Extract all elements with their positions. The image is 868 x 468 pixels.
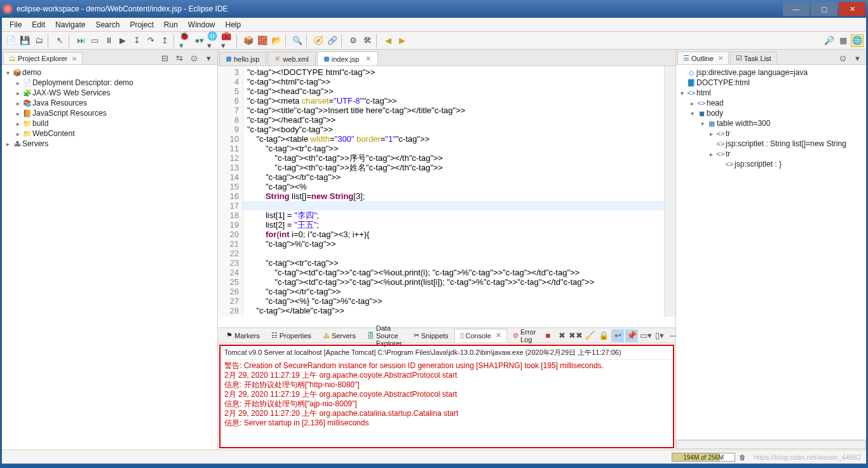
java-ee-perspective-icon[interactable]: 🌐 (851, 34, 864, 47)
misc-2-icon[interactable]: 🛠 (361, 34, 374, 47)
link-with-editor-icon[interactable]: ⇆ (173, 52, 186, 64)
run-server-icon[interactable]: 🌐▾ (207, 34, 220, 47)
cursor-icon[interactable]: ↖ (53, 34, 66, 47)
tab-snippets[interactable]: ✂Snippets (408, 329, 454, 342)
open-console-icon[interactable]: ▯▾ (653, 329, 666, 342)
external-tools-icon[interactable]: 🧰▾ (221, 34, 234, 47)
open-perspective-icon[interactable]: ▦ (837, 34, 850, 47)
tab-markers[interactable]: ⚑Markers (220, 329, 266, 342)
tab-console[interactable]: ▯Console✕ (454, 329, 507, 342)
outline-item[interactable]: <>jsp:scriptlet : } (677, 159, 865, 169)
step-return-icon[interactable]: ↥ (158, 34, 171, 47)
stop-icon[interactable]: ▭ (88, 34, 101, 47)
heap-status[interactable]: 194M of 256M 🗑 (672, 453, 746, 462)
remove-terminated-icon[interactable]: ✖ (555, 329, 568, 342)
close-icon[interactable]: ✕ (718, 55, 723, 62)
skip-icon[interactable]: ⏭ (74, 34, 87, 47)
step-over-icon[interactable]: ↷ (144, 34, 157, 47)
editor-gutter: 3456789101112131415161718192021222324252… (218, 66, 243, 317)
tree-item[interactable]: ▸🧩JAX-WS Web Services (3, 88, 216, 98)
outline-item[interactable]: ▾◼body (677, 108, 865, 118)
outline-item[interactable]: ◇jsp:directive.page language=java (677, 67, 865, 78)
outline-item[interactable]: 📘DOCTYPE:html (677, 78, 865, 88)
save-all-icon[interactable]: 🗂 (32, 34, 45, 47)
task-list-tab[interactable]: ☑ Task List (730, 52, 777, 64)
remove-all-icon[interactable]: ✖✖ (569, 329, 582, 342)
outline-item[interactable]: <>jsp:scriptlet : String list[]=new Stri… (677, 139, 865, 149)
tree-item[interactable]: ▸📁build (3, 118, 216, 128)
tree-item[interactable]: ▸🖧Servers (3, 139, 216, 149)
editor-code[interactable]: "c-tag"><!DOCTYPE html"c-tag">>"c-tag"><… (243, 66, 664, 317)
project-explorer-tree[interactable]: ▾📦demo▸📄Deployment Descriptor: demo▸🧩JAX… (2, 65, 217, 450)
menu-edit[interactable]: Edit (27, 19, 50, 31)
menu-navigate[interactable]: Navigate (50, 19, 90, 31)
tab-error-log[interactable]: ⊘Error Log (507, 326, 541, 346)
tree-item[interactable]: ▸📁WebContent (3, 128, 216, 139)
focus-outline-icon[interactable]: ⊙ (836, 52, 849, 64)
collapse-all-icon[interactable]: ⊟ (158, 52, 171, 64)
code-editor[interactable]: 3456789101112131415161718192021222324252… (218, 66, 675, 317)
window-maximize-button[interactable]: ▢ (811, 2, 837, 16)
outline-item[interactable]: ▾▦table width=300 (677, 118, 865, 128)
tab-properties[interactable]: ☷Properties (266, 329, 317, 342)
gc-icon[interactable]: 🗑 (739, 453, 746, 461)
quick-access-icon[interactable]: 🔎 (823, 34, 836, 47)
view-menu-icon[interactable]: ▾ (202, 52, 215, 64)
outline-item[interactable]: ▸<>tr (677, 128, 865, 139)
tree-item[interactable]: ▸📙JavaScript Resources (3, 108, 216, 118)
menu-project[interactable]: Project (125, 19, 158, 31)
word-wrap-icon[interactable]: ↩ (611, 329, 624, 342)
forward-icon[interactable]: ▶ (396, 34, 409, 47)
step-into-icon[interactable]: ↧ (130, 34, 143, 47)
toggle-breadcrumb-icon[interactable]: 🧭 (312, 34, 325, 47)
misc-1-icon[interactable]: ⚙ (347, 34, 360, 47)
outline-item[interactable]: ▾<>html (677, 88, 865, 98)
outline-tab[interactable]: ☰ Outline ✕ (677, 52, 729, 64)
outline-menu-icon[interactable]: ▾ (851, 52, 864, 64)
tree-item[interactable]: ▸📚Java Resources (3, 98, 216, 108)
tab-servers[interactable]: 🖧Servers (317, 329, 362, 342)
window-close-button[interactable]: ✕ (839, 2, 865, 16)
outline-item[interactable]: ▸<>head (677, 98, 865, 108)
outline-tree[interactable]: ◇jsp:directive.page language=java 📘DOCTY… (676, 65, 866, 439)
back-icon[interactable]: ◀ (382, 34, 395, 47)
pause-icon[interactable]: ⏸ (102, 34, 115, 47)
close-icon[interactable]: ✕ (72, 55, 77, 62)
new-icon[interactable]: 📄 (4, 34, 17, 47)
tree-item[interactable]: ▾📦demo (3, 67, 216, 78)
status-bar: 194M of 256M 🗑 https://blog.csdn.net/wei… (2, 450, 866, 464)
close-icon[interactable]: ✕ (365, 55, 371, 63)
outline-horizontal-scrollbar[interactable] (676, 440, 866, 449)
link-editor-icon[interactable]: 🔗 (326, 34, 339, 47)
open-type-icon[interactable]: 📂 (270, 34, 283, 47)
resume-icon[interactable]: ▶ (116, 34, 129, 47)
editor-vertical-scrollbar[interactable] (664, 66, 675, 317)
menu-help[interactable]: Help (220, 19, 247, 31)
new-package-icon[interactable]: 📦 (242, 34, 255, 47)
menu-search[interactable]: Search (90, 19, 125, 31)
debug-icon[interactable]: 🐞▾ (179, 34, 192, 47)
new-class-icon[interactable]: 🧱 (256, 34, 269, 47)
menu-run[interactable]: Run (159, 19, 183, 31)
project-explorer-tab[interactable]: 🗂 Project Explorer ✕ (3, 52, 83, 64)
tab-hello-jsp[interactable]: hello.jsp (219, 52, 266, 65)
outline-item[interactable]: ▸<>tr (677, 149, 865, 159)
tab-web-xml[interactable]: ✕web.xml (268, 52, 315, 65)
run-icon[interactable]: ●▾ (193, 34, 206, 47)
display-selected-icon[interactable]: ▭▾ (639, 329, 652, 342)
tree-item[interactable]: ▸📄Deployment Descriptor: demo (3, 78, 216, 88)
search-icon[interactable]: 🔍 (291, 34, 304, 47)
tab-index-jsp[interactable]: index.jsp✕ (317, 52, 378, 65)
window-minimize-button[interactable]: — (783, 2, 810, 16)
menu-file[interactable]: File (4, 19, 27, 31)
close-icon[interactable]: ✕ (496, 331, 501, 340)
scroll-lock-icon[interactable]: 🔒 (597, 329, 610, 342)
save-icon[interactable]: 💾 (18, 34, 31, 47)
clear-console-icon[interactable]: 🧹 (583, 329, 596, 342)
terminate-icon[interactable]: ■ (541, 329, 554, 342)
menu-window[interactable]: Window (183, 19, 220, 31)
pin-console-icon[interactable]: 📌 (625, 329, 638, 342)
xml-icon: ✕ (275, 55, 280, 63)
focus-icon[interactable]: ⊙ (187, 52, 200, 64)
console-output[interactable]: 警告: Creation of SecureRandom instance fo… (220, 360, 673, 447)
